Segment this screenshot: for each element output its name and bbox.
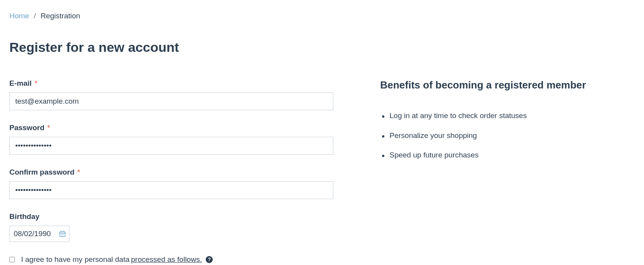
registration-form: E-mail * Password * Confirm password * bbox=[9, 79, 333, 264]
email-label-text: E-mail bbox=[9, 79, 32, 87]
birthday-group: Birthday 27 bbox=[9, 212, 333, 242]
page-title: Register for a new account bbox=[0, 20, 644, 55]
required-star-icon: * bbox=[47, 124, 50, 132]
required-star-icon: * bbox=[77, 168, 80, 176]
password-group: Password * bbox=[9, 124, 333, 155]
svg-text:27: 27 bbox=[61, 234, 64, 236]
consent-checkbox[interactable] bbox=[9, 257, 15, 262]
list-item: Log in at any time to check order status… bbox=[390, 111, 635, 121]
email-group: E-mail * bbox=[9, 79, 333, 110]
password-label: Password * bbox=[9, 124, 333, 132]
birthday-field[interactable] bbox=[14, 230, 57, 238]
confirm-password-label: Confirm password * bbox=[9, 168, 333, 177]
required-star-icon: * bbox=[34, 79, 37, 87]
list-item: Speed up future purchases bbox=[390, 150, 635, 161]
email-label: E-mail * bbox=[9, 79, 333, 88]
password-field[interactable] bbox=[9, 137, 333, 155]
consent-link[interactable]: processed as follows. bbox=[131, 255, 202, 264]
birthday-label: Birthday bbox=[9, 212, 333, 221]
benefits-title: Benefits of becoming a registered member bbox=[380, 79, 635, 91]
consent-prefix: I agree to have my personal data bbox=[21, 255, 130, 264]
breadcrumb-home-link[interactable]: Home bbox=[9, 12, 29, 20]
benefits-list: Log in at any time to check order status… bbox=[380, 111, 635, 161]
breadcrumb: Home / Registration bbox=[0, 0, 644, 20]
birthday-field-wrap[interactable]: 27 bbox=[9, 226, 69, 242]
consent-row: I agree to have my personal data process… bbox=[9, 255, 333, 264]
help-icon[interactable]: ? bbox=[206, 256, 213, 263]
confirm-password-label-text: Confirm password bbox=[9, 168, 75, 176]
benefits-section: Benefits of becoming a registered member… bbox=[380, 79, 635, 264]
calendar-icon[interactable]: 27 bbox=[59, 230, 66, 237]
consent-text: I agree to have my personal data process… bbox=[21, 255, 213, 264]
confirm-password-group: Confirm password * bbox=[9, 168, 333, 199]
breadcrumb-current: Registration bbox=[41, 12, 80, 20]
confirm-password-field[interactable] bbox=[9, 181, 333, 199]
password-label-text: Password bbox=[9, 124, 44, 132]
email-field[interactable] bbox=[9, 92, 333, 110]
list-item: Personalize your shopping bbox=[390, 131, 635, 141]
breadcrumb-separator: / bbox=[34, 12, 36, 20]
